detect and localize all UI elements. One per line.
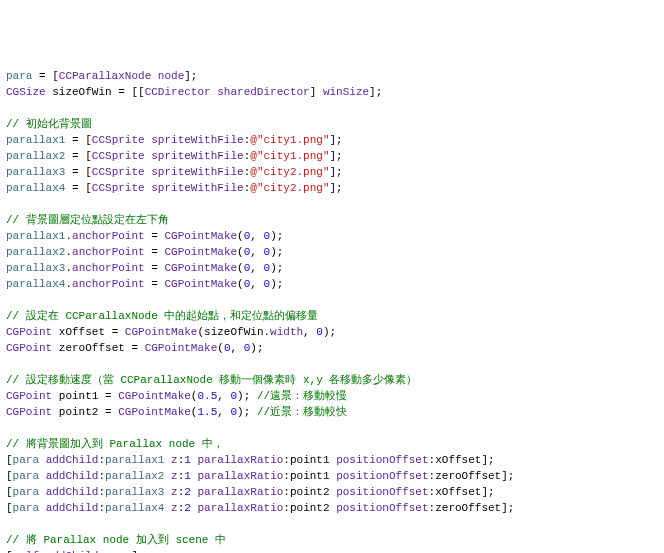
- code-line[interactable]: [para addChild:parallax2 z:1 parallaxRat…: [6, 468, 658, 484]
- code-token: sharedDirector: [217, 86, 309, 98]
- code-token: (: [237, 246, 244, 258]
- code-line[interactable]: parallax2 = [CCSprite spriteWithFile:@"c…: [6, 148, 658, 164]
- code-line[interactable]: [self addChild:para];: [6, 548, 658, 553]
- code-token: parallax3: [6, 262, 65, 274]
- code-token: CGPoint: [6, 326, 52, 338]
- code-token: = [: [65, 166, 91, 178]
- code-line[interactable]: [para addChild:parallax4 z:2 parallaxRat…: [6, 500, 658, 516]
- code-token: spriteWithFile: [151, 134, 243, 146]
- code-token: z: [171, 486, 178, 498]
- code-token: // 設定在 CCParallaxNode 中的起始點，和定位點的偏移量: [6, 310, 318, 322]
- code-token: parallaxRatio: [198, 502, 284, 514]
- code-token: ];: [330, 182, 343, 194]
- code-token: );: [270, 246, 283, 258]
- code-token: ];: [330, 150, 343, 162]
- code-line[interactable]: parallax1.anchorPoint = CGPointMake(0, 0…: [6, 228, 658, 244]
- code-token: addChild: [46, 454, 99, 466]
- code-line[interactable]: para = [CCParallaxNode node];: [6, 68, 658, 84]
- code-line[interactable]: parallax3.anchorPoint = CGPointMake(0, 0…: [6, 260, 658, 276]
- code-line[interactable]: CGPoint xOffset = CGPointMake(sizeOfWin.…: [6, 324, 658, 340]
- code-token: @"city2.png": [250, 166, 329, 178]
- code-token: zeroOffset =: [52, 342, 144, 354]
- code-line[interactable]: parallax4 = [CCSprite spriteWithFile:@"c…: [6, 180, 658, 196]
- code-token: ];: [330, 134, 343, 146]
- code-line[interactable]: // 設定在 CCParallaxNode 中的起始點，和定位點的偏移量: [6, 308, 658, 324]
- code-line[interactable]: CGSize sizeOfWin = [[CCDirector sharedDi…: [6, 84, 658, 100]
- code-token: :zeroOffset];: [429, 470, 515, 482]
- code-line[interactable]: parallax3 = [CCSprite spriteWithFile:@"c…: [6, 164, 658, 180]
- code-line[interactable]: [para addChild:parallax3 z:2 parallaxRat…: [6, 484, 658, 500]
- code-token: addChild: [46, 486, 99, 498]
- code-token: 2: [184, 502, 191, 514]
- code-line[interactable]: // 將 Parallax node 加入到 scene 中: [6, 532, 658, 548]
- code-line[interactable]: [6, 516, 658, 532]
- code-line[interactable]: parallax4.anchorPoint = CGPointMake(0, 0…: [6, 276, 658, 292]
- code-line[interactable]: parallax1 = [CCSprite spriteWithFile:@"c…: [6, 132, 658, 148]
- code-token: winSize: [323, 86, 369, 98]
- code-token: CCDirector: [145, 86, 211, 98]
- code-token: [: [6, 502, 13, 514]
- code-token: = [: [65, 150, 91, 162]
- code-line[interactable]: [6, 196, 658, 212]
- code-token: node: [158, 70, 184, 82]
- code-line[interactable]: parallax2.anchorPoint = CGPointMake(0, 0…: [6, 244, 658, 260]
- code-token: ,: [250, 246, 263, 258]
- code-line[interactable]: [6, 356, 658, 372]
- code-token: spriteWithFile: [151, 150, 243, 162]
- code-token: (: [237, 278, 244, 290]
- code-token: ];: [369, 86, 382, 98]
- code-token: :point2: [283, 502, 336, 514]
- code-token: addChild: [46, 470, 99, 482]
- code-token: [191, 454, 198, 466]
- code-token: point2 =: [52, 406, 118, 418]
- code-token: spriteWithFile: [151, 182, 243, 194]
- code-token: [39, 486, 46, 498]
- code-token: 0: [316, 326, 323, 338]
- code-token: sizeOfWin = [[: [46, 86, 145, 98]
- code-line[interactable]: CGPoint point2 = CGPointMake(1.5, 0); //…: [6, 404, 658, 420]
- code-line[interactable]: CGPoint zeroOffset = CGPointMake(0, 0);: [6, 340, 658, 356]
- code-token: CCParallaxNode: [59, 70, 151, 82]
- code-line[interactable]: // 設定移動速度（當 CCParallaxNode 移動一個像素時 x,y 各…: [6, 372, 658, 388]
- code-line[interactable]: // 將背景圖加入到 Parallax node 中，: [6, 436, 658, 452]
- code-token: );: [237, 390, 257, 402]
- code-token: ,: [250, 262, 263, 274]
- code-token: :point1: [283, 454, 336, 466]
- code-token: 0.5: [197, 390, 217, 402]
- code-line[interactable]: [para addChild:parallax1 z:1 parallaxRat…: [6, 452, 658, 468]
- code-token: para: [13, 502, 39, 514]
- code-token: = [: [65, 134, 91, 146]
- code-token: CGPoint: [6, 342, 52, 354]
- code-token: [39, 454, 46, 466]
- code-token: CGPoint: [6, 406, 52, 418]
- code-token: // 初始化背景圖: [6, 118, 92, 130]
- code-token: xOffset =: [52, 326, 125, 338]
- code-line[interactable]: CGPoint point1 = CGPointMake(0.5, 0); //…: [6, 388, 658, 404]
- code-token: parallaxRatio: [198, 454, 284, 466]
- code-line[interactable]: // 初始化背景圖: [6, 116, 658, 132]
- code-token: CGPointMake: [164, 262, 237, 274]
- code-token: positionOffset: [336, 502, 428, 514]
- code-editor[interactable]: para = [CCParallaxNode node];CGSize size…: [6, 68, 658, 553]
- code-token: para: [13, 454, 39, 466]
- code-token: );: [270, 262, 283, 274]
- code-token: ,: [217, 390, 230, 402]
- code-token: ];: [330, 166, 343, 178]
- code-token: positionOffset: [336, 470, 428, 482]
- code-line[interactable]: [6, 100, 658, 116]
- code-token: :xOffset];: [429, 454, 495, 466]
- code-token: point1 =: [52, 390, 118, 402]
- code-line[interactable]: [6, 292, 658, 308]
- code-token: [191, 470, 198, 482]
- code-token: @"city2.png": [250, 182, 329, 194]
- code-token: (: [217, 342, 224, 354]
- code-token: ,: [250, 230, 263, 242]
- code-line[interactable]: // 背景圖層定位點設定在左下角: [6, 212, 658, 228]
- code-token: 1: [184, 454, 191, 466]
- code-token: );: [237, 406, 257, 418]
- code-line[interactable]: [6, 420, 658, 436]
- code-token: // 背景圖層定位點設定在左下角: [6, 214, 169, 226]
- code-token: CCSprite: [92, 182, 145, 194]
- code-token: CCSprite: [92, 134, 145, 146]
- code-token: CGPointMake: [125, 326, 198, 338]
